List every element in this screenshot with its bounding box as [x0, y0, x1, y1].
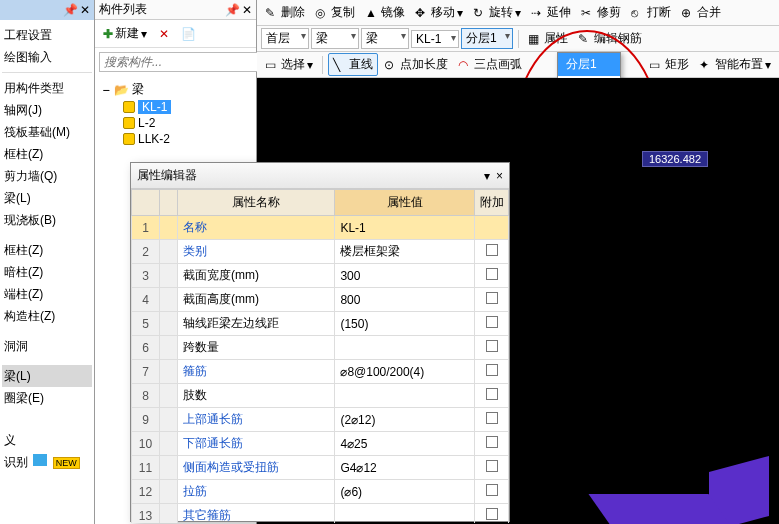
nav-item[interactable]: 轴网(J) — [2, 99, 92, 121]
move-button[interactable]: ✥移动▾ — [411, 2, 467, 23]
tree-node[interactable]: L-2 — [138, 116, 155, 130]
rect-tool[interactable]: ▭矩形 — [645, 54, 693, 75]
copy-button[interactable]: 📄 — [177, 25, 200, 43]
arc-tool[interactable]: ◠三点画弧 — [454, 54, 526, 75]
property-value[interactable]: KL-1 — [335, 216, 475, 240]
rotate-button[interactable]: ↻旋转▾ — [469, 2, 525, 23]
nav-item[interactable]: 梁(L) — [2, 187, 92, 209]
copy-button[interactable]: ◎复制 — [311, 2, 359, 23]
checkbox[interactable] — [486, 244, 498, 256]
checkbox[interactable] — [486, 292, 498, 304]
tree-toggle[interactable]: − — [101, 83, 111, 97]
nav-item[interactable]: 识别 NEW — [2, 451, 92, 474]
property-value[interactable]: 300 — [335, 264, 475, 288]
nav-item[interactable]: 暗柱(Z) — [2, 261, 92, 283]
tree-node-selected[interactable]: KL-1 — [138, 100, 171, 114]
property-row[interactable]: 7箍筋⌀8@100/200(4) — [132, 360, 509, 384]
trim-button[interactable]: ✂修剪 — [577, 2, 625, 23]
checkbox[interactable] — [486, 340, 498, 352]
extra-checkbox-cell[interactable] — [475, 504, 509, 524]
tree-node[interactable]: LLK-2 — [138, 132, 170, 146]
close-icon[interactable]: ✕ — [80, 3, 90, 17]
break-button[interactable]: ⎋打断 — [627, 2, 675, 23]
property-row[interactable]: 11侧面构造或受扭筋G4⌀12 — [132, 456, 509, 480]
property-row[interactable]: 5轴线距梁左边线距(150) — [132, 312, 509, 336]
mirror-button[interactable]: ▲镜像 — [361, 2, 409, 23]
delete-button[interactable]: ✕ — [155, 25, 173, 43]
property-row[interactable]: 10下部通长筋4⌀25 — [132, 432, 509, 456]
delete-button[interactable]: ✎删除 — [261, 2, 309, 23]
extra-checkbox-cell[interactable] — [475, 432, 509, 456]
checkbox[interactable] — [486, 508, 498, 520]
extra-checkbox-cell[interactable] — [475, 408, 509, 432]
extra-checkbox-cell[interactable] — [475, 480, 509, 504]
nav-item[interactable]: 洞洞 — [2, 335, 92, 357]
extra-checkbox-cell[interactable] — [475, 336, 509, 360]
smart-layout-button[interactable]: ✦智能布置▾ — [695, 54, 775, 75]
extra-checkbox-cell[interactable] — [475, 384, 509, 408]
property-value[interactable]: ⌀8@100/200(4) — [335, 360, 475, 384]
property-value[interactable]: (2⌀12) — [335, 408, 475, 432]
nav-item[interactable]: 义 — [2, 429, 92, 451]
edit-rebar-button[interactable]: ✎编辑钢筋 — [574, 28, 646, 49]
property-row[interactable]: 6跨数量 — [132, 336, 509, 360]
checkbox[interactable] — [486, 436, 498, 448]
property-value[interactable]: G4⌀12 — [335, 456, 475, 480]
properties-button[interactable]: ▦属性 — [524, 28, 572, 49]
property-value[interactable] — [335, 504, 475, 524]
pin-icon[interactable]: 📌 — [225, 3, 240, 17]
chevron-down-icon[interactable]: ▾ — [484, 169, 490, 183]
line-tool-active[interactable]: ╲直线 — [328, 53, 378, 76]
property-row[interactable]: 3截面宽度(mm)300 — [132, 264, 509, 288]
property-value[interactable] — [335, 336, 475, 360]
nav-item[interactable]: 用构件类型 — [2, 77, 92, 99]
nav-item[interactable]: 剪力墙(Q) — [2, 165, 92, 187]
floor-select[interactable]: 首层 — [261, 28, 309, 49]
nav-item[interactable]: 框柱(Z) — [2, 239, 92, 261]
nav-section-project[interactable]: 工程设置 — [2, 24, 92, 46]
checkbox[interactable] — [486, 316, 498, 328]
nav-item[interactable]: 圈梁(E) — [2, 387, 92, 409]
pin-icon[interactable]: 📌 — [63, 3, 78, 17]
property-row[interactable]: 8肢数 — [132, 384, 509, 408]
checkbox[interactable] — [486, 460, 498, 472]
property-row[interactable]: 9上部通长筋(2⌀12) — [132, 408, 509, 432]
extra-checkbox-cell[interactable] — [475, 288, 509, 312]
extra-checkbox-cell[interactable] — [475, 264, 509, 288]
property-value[interactable] — [335, 384, 475, 408]
property-row[interactable]: 1名称KL-1 — [132, 216, 509, 240]
checkbox[interactable] — [486, 268, 498, 280]
point-length-tool[interactable]: ⊙点加长度 — [380, 54, 452, 75]
extra-checkbox-cell[interactable] — [475, 360, 509, 384]
extra-checkbox-cell[interactable] — [475, 216, 509, 240]
component-select[interactable]: KL-1 — [411, 30, 459, 48]
layer-option[interactable]: 分层1 — [558, 53, 620, 76]
nav-item[interactable]: 现浇板(B) — [2, 209, 92, 231]
property-row[interactable]: 2类别楼层框架梁 — [132, 240, 509, 264]
nav-item[interactable]: 框柱(Z) — [2, 143, 92, 165]
nav-item-selected[interactable]: 梁(L) — [2, 365, 92, 387]
nav-item[interactable]: 构造柱(Z) — [2, 305, 92, 327]
new-component-button[interactable]: ✚ 新建 ▾ — [99, 23, 151, 44]
extra-checkbox-cell[interactable] — [475, 240, 509, 264]
property-value[interactable]: (⌀6) — [335, 480, 475, 504]
property-row[interactable]: 13其它箍筋 — [132, 504, 509, 524]
close-icon[interactable]: ✕ — [242, 3, 252, 17]
checkbox[interactable] — [486, 388, 498, 400]
select-tool[interactable]: ▭选择▾ — [261, 54, 317, 75]
category1-select[interactable]: 梁 — [311, 28, 359, 49]
nav-section-draw[interactable]: 绘图输入 — [2, 46, 92, 68]
property-value[interactable]: 4⌀25 — [335, 432, 475, 456]
tree-root[interactable]: 梁 — [132, 81, 144, 98]
search-input[interactable] — [99, 52, 260, 72]
merge-button[interactable]: ⊕合并 — [677, 2, 725, 23]
extend-button[interactable]: ⇢延伸 — [527, 2, 575, 23]
nav-item[interactable]: 端柱(Z) — [2, 283, 92, 305]
property-value[interactable]: (150) — [335, 312, 475, 336]
layer-select[interactable]: 分层1 — [461, 28, 513, 49]
property-value[interactable]: 楼层框架梁 — [335, 240, 475, 264]
checkbox[interactable] — [486, 484, 498, 496]
property-row[interactable]: 12拉筋(⌀6) — [132, 480, 509, 504]
close-icon[interactable]: × — [496, 169, 503, 183]
checkbox[interactable] — [486, 412, 498, 424]
